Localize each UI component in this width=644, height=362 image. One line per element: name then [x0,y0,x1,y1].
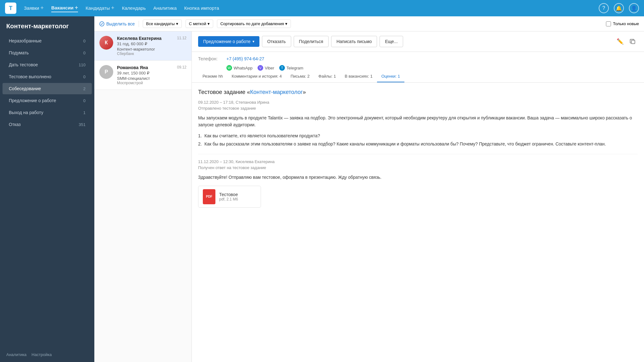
tab-letters[interactable]: Письма: 2 [286,71,314,82]
sidebar-footer: Аналитика Настройка [0,347,94,362]
candidates-list: К Киселева Екатерина 11.12 31 год, 60 00… [94,31,192,362]
sidebar-item-dat-testovoe[interactable]: Дать тестовое 110 [3,59,92,70]
telegram-icon: T [279,65,285,71]
top-navigation: T Заявки + Вакансии + Кандидаты + Календ… [0,0,644,16]
sidebar-item-podumat[interactable]: Подумать 0 [3,47,92,58]
task-title-link[interactable]: Контент-маркетолог [250,89,303,95]
viber-messenger[interactable]: V Viber [258,65,274,71]
sidebar-title: Контент-маркетолог [0,16,94,35]
notifications-icon[interactable]: 🔔 [614,3,624,13]
chevron-down-icon: ▾ [176,21,178,26]
phone-row: Телефон: +7 (495) 974-64-27 [198,56,638,63]
app-logo[interactable]: T [5,3,16,14]
event2-label: Получен ответ на тестовое задание [198,165,638,170]
sidebar-item-nerazobrannie[interactable]: Неразобранные 0 [3,35,92,47]
candidate-avatar-romanova: Р [99,65,113,79]
tab-vacancies[interactable]: В вакансиях: 1 [340,71,377,82]
copy-icon[interactable] [628,36,638,47]
tab-comments[interactable]: Комментарии и история: 4 [227,71,286,82]
nav-vakansii[interactable]: Вакансии + [51,4,78,12]
chevron-down-icon-tag: ▾ [208,21,210,26]
viber-icon: V [258,65,263,71]
select-all-button[interactable]: Выделить все [99,21,135,26]
task-list: Как вы считаете, кто является пользовате… [198,132,638,148]
nav-analytics[interactable]: Аналитика [153,5,177,11]
copy-svg-icon [630,38,636,45]
chevron-down-icon-sort: ▾ [285,21,287,26]
candidate-info-romanova: Романова Яна 09.12 39 лет, 150 000 ₽ SMM… [117,65,186,85]
response-text: Здравствуйте! Отправляю вам тестовое, оф… [198,174,638,181]
reject-button[interactable]: Отказать [262,36,291,47]
task-description: Мы запускаем модуль в продукте Talantix … [198,114,638,129]
sidebar: Контент-маркетолог Неразобранные 0 Подум… [0,16,94,362]
detail-panel: Предложение о работе ▾ Отказать Поделить… [192,31,644,362]
sidebar-item-testovoe-vipolneno[interactable]: Тестовое выполнено 0 [3,71,92,82]
divider [198,154,638,154]
main-content: Выделить все Все кандидаты ▾ С меткой ▾ … [94,16,644,362]
share-button[interactable]: Поделиться [294,36,329,47]
detail-content: Тестовое задание «Контент-маркетолог» 09… [192,83,644,214]
edit-icon[interactable]: ✏️ [615,36,625,47]
tag-filter-dropdown[interactable]: С меткой ▾ [186,19,213,28]
file-attachment[interactable]: pdf Тестовое pdf, 2.1 М6 [198,186,261,208]
candidate-avatar-kiselyova: К [99,36,113,50]
nav-icons: ? 🔔 👤 [599,3,639,13]
sort-filter-dropdown[interactable]: Сортировать по дате добавления ▾ [217,19,291,28]
tab-resume-hh[interactable]: Резюме hh [198,71,227,82]
candidate-card-kiselyova[interactable]: К Киселева Екатерина 11.12 31 год, 60 00… [94,31,192,61]
candidates-filter-dropdown[interactable]: Все кандидаты ▾ [143,19,182,28]
toolbar-separator [139,21,139,27]
messengers-row: W WhatsApp V Viber T Telegram [226,65,638,71]
nav-zayavki[interactable]: Заявки + [24,5,44,12]
whatsapp-messenger[interactable]: W WhatsApp [226,65,253,71]
sidebar-item-sobesedovanie[interactable]: Собеседование 2 [3,83,92,94]
event2-meta: 11.12.2020 – 12:30, Киселева Екатерина [198,159,638,164]
event1-label: Отправлено тестовое задание [198,106,638,111]
action-bar: Предложение о работе ▾ Отказать Поделить… [192,31,644,52]
new-only-checkbox-label[interactable]: Только новые [606,21,639,26]
offer-button[interactable]: Предложение о работе ▾ [198,36,259,47]
sidebar-item-vyhod-na-rabotu[interactable]: Выход на работу 1 [3,107,92,118]
task-list-item-2: Как бы вы рассказали этим пользователям … [198,140,638,147]
task-title: Тестовое задание «Контент-маркетолог» [198,89,638,96]
telegram-messenger[interactable]: T Telegram [279,65,303,71]
file-info: Тестовое pdf, 2.1 М6 [219,192,238,201]
candidate-info-kiselyova: Киселева Екатерина 11.12 31 год, 60 000 … [117,36,186,56]
plus-icon-kandidaty: + [111,5,114,11]
nav-calendar[interactable]: Календарь [122,5,146,11]
file-size: pdf, 2.1 М6 [219,197,238,201]
help-icon[interactable]: ? [599,3,609,13]
whatsapp-icon: W [226,65,232,71]
dropdown-arrow-icon: ▾ [253,39,254,44]
event1-meta: 09.12.2020 – 17:18, Степанова Ирина [198,100,638,105]
plus-icon-vakansii: + [75,4,78,11]
tab-ratings[interactable]: Оценки: 1 [377,71,404,82]
detail-tabs: Резюме hh Комментарии и история: 4 Письм… [192,71,644,83]
new-only-checkbox[interactable] [606,21,611,26]
sidebar-settings-link[interactable]: Настройка [31,352,52,357]
candidate-card-romanova[interactable]: Р Романова Яна 09.12 39 лет, 150 000 ₽ S… [94,61,192,90]
pdf-icon: pdf [203,189,215,204]
task-list-item-1: Как вы считаете, кто является пользовате… [198,132,638,139]
tab-files[interactable]: Файлы: 1 [314,71,341,82]
nav-import[interactable]: Кнопка импорта [184,5,219,11]
write-letter-button[interactable]: Написать письмо [331,36,377,47]
contact-section: Телефон: +7 (495) 974-64-27 W WhatsApp V… [192,52,644,71]
sidebar-item-otkaz[interactable]: Отказ 351 [3,119,92,130]
toolbar: Выделить все Все кандидаты ▾ С меткой ▾ … [94,16,644,31]
file-name: Тестовое [219,192,238,197]
sidebar-analytics-link[interactable]: Аналитика [6,352,26,357]
check-circle-icon [99,21,104,26]
svg-rect-1 [631,40,635,44]
user-profile-icon[interactable]: 👤 [629,3,639,13]
plus-icon: + [40,5,44,11]
content-split: К Киселева Екатерина 11.12 31 год, 60 00… [94,31,644,362]
nav-kandidaty[interactable]: Кандидаты + [86,5,114,12]
sidebar-item-predlozhenie[interactable]: Предложение о работе 0 [3,95,92,106]
more-button[interactable]: Еще... [380,36,403,47]
